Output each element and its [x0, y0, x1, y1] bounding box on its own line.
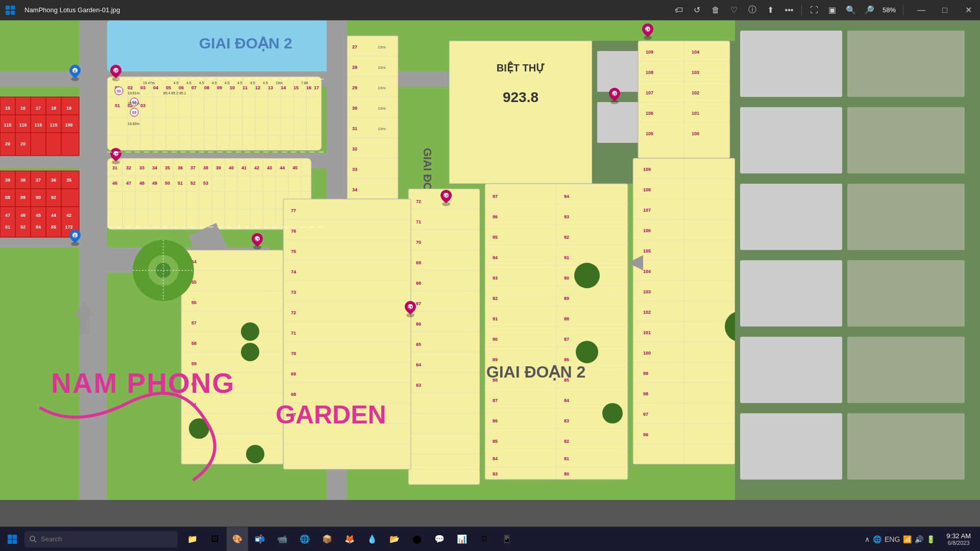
svg-text:96: 96 [493, 214, 498, 219]
svg-text:29: 29 [352, 85, 357, 90]
tray-volume[interactable]: 🔊 [915, 535, 923, 543]
svg-text:106: 106 [643, 228, 651, 233]
svg-text:103: 103 [692, 70, 699, 75]
svg-text:GIAI ĐOẠN 2: GIAI ĐOẠN 2 [199, 35, 292, 52]
svg-rect-341 [740, 260, 842, 327]
taskbar-zalo[interactable]: 💬 [429, 527, 450, 552]
svg-rect-340 [847, 184, 965, 250]
maximize-button[interactable]: □ [933, 0, 957, 20]
tray-battery[interactable]: 🔋 [926, 535, 935, 543]
svg-text:89: 89 [20, 195, 26, 200]
taskbar-excel[interactable]: 📊 [451, 527, 473, 552]
svg-rect-418 [8, 539, 12, 544]
svg-text:LT: LT [444, 194, 449, 198]
svg-text:107: 107 [646, 90, 653, 95]
share-icon[interactable]: ⬆ [763, 2, 779, 18]
tray-lang[interactable]: ENG [885, 535, 900, 543]
separator2 [903, 5, 903, 15]
search-input[interactable] [41, 535, 158, 543]
taskbar-store[interactable]: 🎨 [227, 527, 248, 552]
taskbar-file-explorer[interactable]: 📁 [182, 527, 203, 552]
close-button[interactable]: ✕ [957, 0, 980, 20]
taskbar-firefox[interactable]: 🦊 [339, 527, 360, 552]
svg-text:04: 04 [153, 85, 158, 90]
search-bar[interactable] [24, 531, 178, 547]
svg-rect-416 [8, 535, 12, 539]
taskbar-amazon[interactable]: 📦 [316, 527, 338, 552]
tray-network[interactable]: 🌐 [873, 535, 881, 543]
taskbar-zoom[interactable]: 📹 [272, 527, 293, 552]
system-tray: ∧ 🌐 ENG 📶 🔊 🔋 9:32 AM 6/8/2023 [861, 532, 980, 546]
svg-text:172: 172 [65, 224, 72, 230]
svg-text:92: 92 [564, 235, 569, 240]
svg-text:66: 66 [416, 321, 421, 327]
svg-text:12: 12 [255, 85, 260, 90]
minimize-button[interactable]: — [910, 0, 933, 20]
svg-text:70: 70 [291, 351, 296, 356]
svg-text:E: E [74, 69, 77, 73]
delete-icon[interactable]: 🗑 [707, 2, 724, 18]
svg-text:82: 82 [564, 439, 569, 444]
svg-text:32: 32 [352, 146, 357, 152]
svg-text:17: 17 [36, 106, 41, 111]
taskbar-mail[interactable]: 📬 [249, 527, 271, 552]
more-icon[interactable]: ••• [781, 2, 797, 18]
fullscreen-icon[interactable]: ⛶ [806, 2, 822, 18]
svg-text:09: 09 [217, 85, 222, 90]
svg-text:32: 32 [126, 165, 131, 170]
svg-text:71: 71 [416, 219, 421, 224]
svg-text:4.5: 4.5 [212, 81, 217, 85]
svg-text:44: 44 [51, 213, 56, 218]
svg-text:71: 71 [291, 331, 296, 336]
svg-text:LT: LT [114, 153, 118, 156]
svg-text:48: 48 [139, 181, 144, 186]
taskbar-chrome[interactable]: ⬤ [406, 527, 428, 552]
search-icon [30, 536, 37, 543]
svg-rect-345 [740, 413, 842, 480]
svg-rect-336 [847, 31, 965, 97]
rotate-icon[interactable]: ↺ [689, 2, 705, 18]
taskbar-photos[interactable]: 🖼 [204, 527, 226, 552]
slideshow-icon[interactable]: ▣ [824, 2, 841, 18]
svg-text:53: 53 [203, 181, 208, 186]
separator [801, 5, 802, 15]
svg-text:GARDEN: GARDEN [276, 400, 386, 429]
svg-text:43: 43 [267, 165, 272, 170]
taskbar-calendar[interactable]: 🗓 [474, 527, 495, 552]
start-button[interactable] [0, 527, 24, 552]
svg-text:101: 101 [692, 111, 699, 116]
svg-text:7.86: 7.86 [301, 81, 308, 85]
taskbar-apps: 📁 🖼 🎨 📬 📹 🌐 📦 🦊 💧 📂 ⬤ 💬 📊 🗓 📱 [182, 527, 518, 552]
svg-text:80: 80 [564, 471, 569, 477]
svg-text:10: 10 [230, 85, 235, 90]
svg-text:27: 27 [352, 44, 357, 49]
tray-chevron[interactable]: ∧ [865, 535, 870, 543]
zoom-out-icon[interactable]: 🔍 [843, 2, 859, 18]
taskbar-dropbox[interactable]: 💧 [361, 527, 383, 552]
svg-text:82: 82 [20, 224, 26, 230]
info-icon[interactable]: ⓘ [744, 2, 761, 18]
system-clock[interactable]: 9:32 AM 6/8/2023 [941, 532, 976, 546]
zoom-in-icon[interactable]: 🔎 [861, 2, 877, 18]
svg-rect-339 [740, 184, 842, 250]
svg-point-329 [602, 403, 623, 423]
tag-icon[interactable]: 🏷 [671, 2, 687, 18]
svg-text:4.5: 4.5 [237, 81, 242, 85]
taskbar-folder[interactable]: 📂 [384, 527, 405, 552]
svg-text:19m: 19m [378, 65, 386, 70]
svg-text:01: 01 [117, 89, 121, 93]
tray-wifi[interactable]: 📶 [903, 535, 912, 543]
svg-text:94: 94 [493, 255, 498, 260]
svg-text:01: 01 [115, 103, 120, 108]
taskbar-phone[interactable]: 📱 [496, 527, 518, 552]
svg-text:88: 88 [564, 316, 569, 321]
svg-rect-335 [740, 31, 842, 97]
svg-text:72: 72 [416, 199, 421, 204]
favorite-icon[interactable]: ♡ [726, 2, 742, 18]
svg-text:16: 16 [20, 106, 26, 111]
svg-text:41: 41 [241, 165, 247, 170]
svg-text:95: 95 [493, 235, 498, 240]
svg-rect-8 [79, 20, 107, 500]
svg-rect-419 [13, 539, 17, 544]
taskbar-edge[interactable]: 🌐 [294, 527, 315, 552]
